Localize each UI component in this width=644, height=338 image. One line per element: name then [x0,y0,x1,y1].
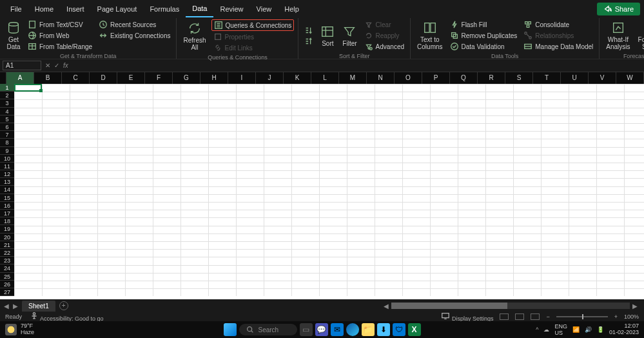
task-view-icon[interactable]: ▭ [300,323,313,336]
column-header[interactable]: N [367,72,395,84]
normal-view-icon[interactable] [500,313,509,320]
column-header[interactable]: S [505,72,533,84]
column-header[interactable]: H [200,72,228,84]
column-header[interactable]: L [311,72,339,84]
manage-data-model-button[interactable]: Manage Data Model [522,41,595,52]
row-header[interactable]: 18 [0,217,14,225]
chat-icon[interactable]: 💬 [315,323,328,336]
recent-sources-button[interactable]: Recent Sources [97,19,172,30]
language-indicator[interactable]: ENGUS [554,323,567,336]
column-header[interactable]: K [284,72,311,84]
row-header[interactable]: 21 [0,241,14,249]
tab-view[interactable]: View [250,1,278,17]
column-header[interactable]: G [173,72,200,84]
tab-formulas[interactable]: Formulas [143,1,186,17]
column-header[interactable]: E [117,72,145,84]
sort-az-button[interactable] [302,25,315,35]
sort-za-button[interactable] [302,36,315,46]
row-header[interactable]: 5 [0,115,14,123]
clock[interactable]: 12:0701-02-2023 [609,323,639,336]
flash-fill-button[interactable]: Flash Fill [448,19,520,30]
row-header[interactable]: 27 [0,288,14,296]
column-header[interactable]: O [395,72,422,84]
name-box[interactable] [3,61,41,70]
consolidate-button[interactable]: Consolidate [522,19,595,30]
advanced-button[interactable]: Advanced [362,41,406,52]
data-validation-button[interactable]: Data Validation [448,41,520,52]
excel-icon[interactable]: X [408,323,421,336]
get-data-button[interactable]: Get Data [4,19,23,52]
row-header[interactable]: 19 [0,225,14,233]
tab-help[interactable]: Help [278,1,306,17]
queries-connections-button[interactable]: Queries & Connections [211,19,295,31]
column-header[interactable]: A [6,72,34,84]
row-header[interactable]: 14 [0,186,14,194]
what-if-analysis-button[interactable]: What-If Analysis [603,19,632,52]
weather-widget[interactable]: 79°FHaze [5,323,34,336]
forecast-sheet-button[interactable]: Forecast Sheet [636,19,644,52]
column-header[interactable]: I [228,72,256,84]
column-header[interactable]: D [90,72,117,84]
column-header[interactable]: C [62,72,90,84]
zoom-slider[interactable] [556,316,608,317]
page-layout-view-icon[interactable] [515,313,524,320]
column-header[interactable]: B [34,72,62,84]
taskbar-search[interactable]: Search [239,324,297,335]
column-header[interactable]: M [339,72,367,84]
wifi-icon[interactable]: 📶 [572,326,580,333]
column-header[interactable]: R [478,72,505,84]
tray-expand-icon[interactable]: ^ [536,326,538,333]
zoom-out-icon[interactable]: − [546,313,549,320]
column-header[interactable]: Q [450,72,478,84]
column-header[interactable]: J [256,72,284,84]
row-header[interactable]: 20 [0,234,14,241]
column-header[interactable]: F [145,72,173,84]
select-all-corner[interactable] [0,72,6,84]
row-header[interactable]: 4 [0,108,14,115]
row-header[interactable]: 15 [0,194,14,202]
mail-icon[interactable]: ✉ [331,323,344,336]
row-header[interactable]: 1 [0,84,14,92]
tab-insert[interactable]: Insert [60,1,91,17]
hscroll-thumb[interactable] [391,303,507,309]
sheet-tab[interactable]: Sheet1 [22,301,55,312]
zoom-in-icon[interactable]: + [614,313,618,320]
start-button[interactable] [224,323,237,336]
share-button[interactable]: Share [597,3,640,15]
row-header[interactable]: 6 [0,123,14,131]
row-header[interactable]: 7 [0,131,14,139]
text-to-columns-button[interactable]: Text to Columns [415,19,445,52]
column-header[interactable]: W [616,72,644,84]
column-header[interactable]: U [561,72,589,84]
cancel-formula-icon[interactable]: ✕ [45,62,50,69]
refresh-all-button[interactable]: Refresh All [181,19,208,53]
accessibility-status[interactable]: Accessibility: Good to go [30,312,104,322]
row-header[interactable]: 10 [0,155,14,163]
tab-review[interactable]: Review [213,1,249,17]
security-icon[interactable]: 🛡 [393,323,405,336]
onedrive-icon[interactable]: ☁ [543,326,549,333]
tab-home[interactable]: Home [28,1,60,17]
volume-icon[interactable]: 🔊 [585,326,592,333]
sheet-nav-next-icon[interactable]: ▶ [13,303,18,310]
add-sheet-button[interactable]: + [59,301,68,310]
column-header[interactable]: V [589,72,616,84]
row-header[interactable]: 13 [0,178,14,186]
sheet-nav-prev-icon[interactable]: ◀ [4,303,9,310]
hscroll-track[interactable] [391,303,630,309]
cells-grid[interactable] [14,84,644,296]
from-table-range-button[interactable]: From Table/Range [26,41,94,52]
remove-duplicates-button[interactable]: Remove Duplicates [448,30,520,41]
app-icon[interactable]: ⬇ [377,323,390,336]
zoom-level[interactable]: 100% [624,313,639,320]
row-header[interactable]: 12 [0,170,14,178]
file-explorer-icon[interactable]: 📁 [362,323,375,336]
row-header[interactable]: 8 [0,139,14,146]
from-text-csv-button[interactable]: From Text/CSV [26,19,94,30]
hscroll-right-icon[interactable]: ▶ [632,303,638,310]
row-header[interactable]: 3 [0,99,14,107]
tab-file[interactable]: File [4,1,28,17]
from-web-button[interactable]: From Web [26,30,94,41]
row-header[interactable]: 9 [0,147,14,155]
fx-icon[interactable]: fx [63,62,68,69]
